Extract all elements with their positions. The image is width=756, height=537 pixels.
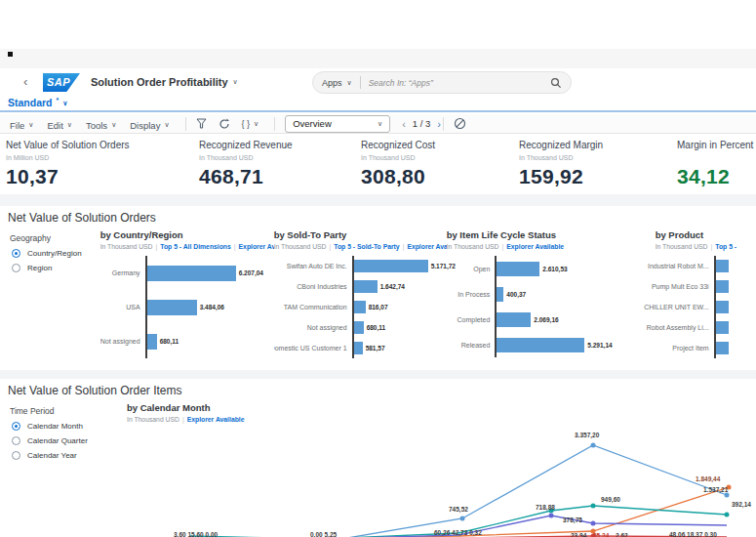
bar[interactable] [354,321,364,334]
chart-subtitle: In Thousand USD|Explorer Available [447,243,613,252]
variant-selector[interactable]: Standard* ∨ [8,97,67,108]
bar-category-label: Completed [447,307,496,332]
data-point-teal[interactable] [591,504,596,509]
bar[interactable] [716,301,729,313]
menu-display[interactable]: Display∨ [130,120,169,131]
search-input[interactable] [369,78,550,88]
bar[interactable] [354,342,363,354]
data-point-blue[interactable] [591,443,596,448]
chart-link[interactable]: Top 5 - [715,243,736,250]
top-whitespace [0,0,756,49]
radio-icon[interactable] [12,264,20,272]
view-selector[interactable]: Overview ∨ [285,115,390,133]
prev-page-icon[interactable]: ‹ [402,118,406,130]
kpi-tile[interactable]: Margin in Percent34,12 [677,134,756,194]
data-point-violet[interactable] [549,514,554,518]
bar[interactable] [497,312,531,327]
bar[interactable] [354,280,378,293]
kpi-row: Net Value of Solution OrdersIn Million U… [0,134,756,194]
radio-country-region[interactable]: Country/Region [12,249,100,258]
divider: | [182,416,184,423]
line-data-label: 949,60 [601,496,620,504]
data-point-blue[interactable] [725,493,730,498]
kpi-tile[interactable]: Recognized MarginIn Thousand USD159,92 [519,134,677,194]
chart-link[interactable]: Explorer Available [506,243,564,250]
radio-selected-icon[interactable] [12,249,20,258]
menu-file[interactable]: File∨ [10,120,33,131]
app-title-dropdown[interactable]: Solution Order Profitability ∨ [91,76,238,88]
bar[interactable] [354,260,428,272]
kpi-tile[interactable]: Recognized CostIn Thousand USD308,80 [361,134,519,194]
bar[interactable] [716,321,729,334]
bar-category-label: Domestic US Customer 1 [274,338,352,358]
variant-dirty-marker: * [57,97,60,103]
chart-link[interactable]: Top 5 - Sold-To Party [334,243,399,250]
back-icon[interactable]: ‹ [23,74,27,89]
page-title: Solution Order Profitability [91,76,228,88]
search-icon[interactable] [550,77,562,89]
data-point-violet[interactable] [591,521,596,526]
bar[interactable] [497,262,539,276]
bar[interactable] [716,260,729,272]
bar[interactable] [147,266,236,281]
bar[interactable] [716,280,729,293]
code-braces-icon[interactable]: { } ∨ [242,119,259,129]
bar[interactable] [147,334,157,350]
sap-logo[interactable]: SAP [43,73,80,92]
bar[interactable] [147,300,197,315]
line-data-label: 55,24 [593,532,610,537]
bar[interactable] [354,301,366,313]
bar-category-label: CBoni Industries [274,276,352,297]
kpi-title: Recognized Margin [519,140,677,150]
kpi-value: 468,71 [199,165,361,188]
line-data-label: 2,62 [616,532,628,537]
section-gap [0,370,756,379]
radio-calendar-year[interactable]: Calendar Year [12,451,127,460]
chevron-down-icon: ∨ [233,78,238,86]
chart-unit-label: In Thousand USD [127,416,179,423]
chart-subtitle: In Thousand USD|Top 5 - All Dimensions|E… [100,243,274,252]
chart-link[interactable]: Explorer Available [187,416,245,423]
kpi-unit [677,154,756,162]
radio-calendar-month[interactable]: Calendar Month [12,422,127,431]
radio-calendar-quarter[interactable]: Calendar Quarter [12,436,127,445]
chart-title: by Item Life Cycle Status [447,229,613,241]
radio-selected-icon[interactable] [12,422,20,431]
toolbar-menus: File∨Edit∨Tools∨Display∨ [10,115,183,133]
chart-title: by Product [613,229,756,241]
slash-circle-icon[interactable] [454,117,466,130]
menu-label: Tools [86,120,107,131]
toolbar: File∨Edit∨Tools∨Display∨ { } ∨ Overview … [0,114,756,134]
kpi-unit: In Thousand USD [199,154,361,162]
kpi-tile[interactable]: Net Value of Solution OrdersIn Million U… [6,134,199,194]
radio-icon[interactable] [12,451,20,460]
radio-region[interactable]: Region [12,264,100,272]
next-page-icon[interactable]: › [437,118,441,130]
line-data-label: 1.537,21 [703,486,729,494]
data-point-teal[interactable] [725,513,730,517]
chevron-down-icon: ∨ [347,79,352,87]
menu-tools[interactable]: Tools∨ [86,120,116,131]
chart-link[interactable]: Explorer Available [407,243,446,250]
line-data-label: 0,00 5,25 [310,531,337,537]
data-point-blue[interactable] [460,516,465,521]
chart-link[interactable]: Top 5 - All Dimensions [160,243,231,250]
search-scope-dropdown[interactable]: Apps ∨ [322,78,352,88]
bar[interactable] [497,287,503,302]
filter-icon[interactable] [196,118,207,129]
line-chart-canvas[interactable]: 3,60 15,60 0,000,00 5,25745,5260,26 42,7… [127,428,756,537]
radio-icon[interactable] [12,436,20,445]
bar[interactable] [716,342,729,354]
bar[interactable] [497,338,584,352]
chart-unit-label: In Thousand USD [447,243,499,250]
divider [185,117,186,131]
menu-edit[interactable]: Edit∨ [47,120,72,131]
kpi-value: 159,92 [519,165,677,188]
chart-link[interactable]: Explorer Available [239,243,274,250]
bar-category-label: CHILLER UNIT EW... [613,297,714,317]
radio-label: Calendar Year [27,451,77,460]
kpi-tile[interactable]: Recognized RevenueIn Thousand USD468,71 [199,134,361,194]
line-data-label: 3,60 15,60 0,00 [174,531,219,537]
chart-subtitle: In Thousand USD|Explorer Available [127,416,756,425]
refresh-icon[interactable] [219,118,230,130]
